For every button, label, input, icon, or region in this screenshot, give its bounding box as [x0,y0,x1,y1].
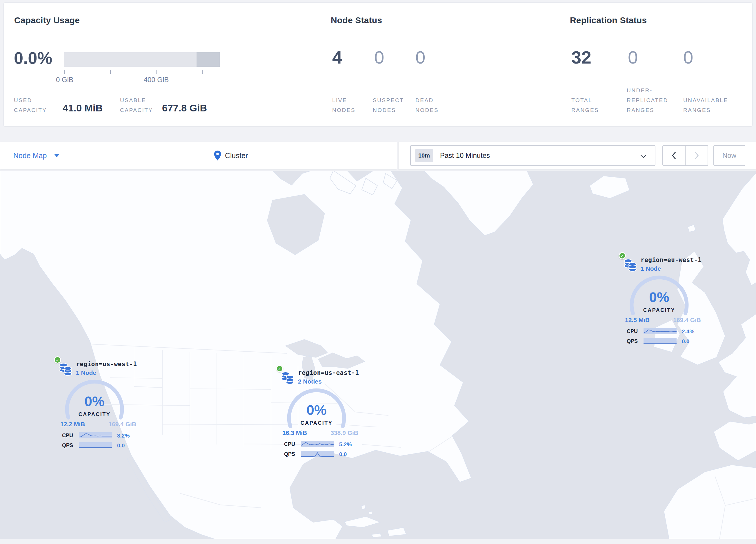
capacity-total-value: 169.4 GiB [108,421,136,428]
suspect-nodes-label: SUSPECT NODES [373,95,404,115]
capacity-label: CAPACITY [52,411,137,418]
region-node-count: 2 Nodes [298,378,322,385]
region-node-count: 1 Node [641,265,661,272]
world-map: ✓ region=us-west-1 1 Node 0% CAPACITY 12… [0,170,756,539]
node-status-title: Node Status [331,15,382,25]
live-nodes-label: LIVE NODES [332,95,355,115]
axis-tick-label: 0 GiB [56,76,73,84]
view-selector-label: Node Map [13,151,47,160]
cpu-sparkline [79,432,112,438]
capacity-bar-reserved-segment [197,52,220,67]
unavailable-count: 0 [683,48,693,67]
used-capacity-value: 41.0 MiB [63,102,103,114]
chevron-down-icon [640,155,646,158]
view-selector-dropdown[interactable]: Node Map [13,141,59,169]
cpu-row: CPU 2.4% [617,328,704,335]
axis-tick [156,70,157,74]
qps-label: QPS [62,443,73,449]
healthy-check-icon: ✓ [619,252,626,259]
breadcrumb-label: Cluster [225,151,248,160]
cpu-row: CPU 5.2% [274,441,361,448]
region-label: region=us-west-1 [76,361,137,368]
node-map-page: Capacity Usage 0.0% 0 GiB 400 GiB USED C… [0,0,756,544]
time-forward-button[interactable] [686,146,708,165]
cpu-label: CPU [284,441,295,447]
qps-sparkline [644,338,677,344]
cpu-row: CPU 3.2% [52,432,139,439]
used-capacity-label: USED CAPACITY [14,95,47,115]
capacity-percent: 0% [617,289,702,305]
capacity-total-value: 338.9 GiB [330,429,358,436]
time-range-badge: 10m [415,149,433,162]
qps-sparkline [301,451,334,457]
unavailable-label: UNAVAILABLE RANGES [683,95,728,115]
usable-capacity-value: 677.8 GiB [162,102,207,114]
qps-label: QPS [627,338,638,345]
time-range-label: Past 10 Minutes [440,151,490,159]
capacity-values: 16.3 MiB 338.9 GiB [282,429,358,436]
suspect-nodes-count: 0 [374,48,384,67]
capacity-used-value: 12.5 MiB [625,317,650,324]
cpu-sparkline [644,328,677,334]
under-replicated-label: UNDER- REPLICATED RANGES [627,86,668,115]
cpu-value: 5.2% [339,441,352,448]
qps-row: QPS 0.0 [52,442,139,449]
capacity-values: 12.5 MiB 169.4 GiB [625,317,701,324]
time-range-selector[interactable]: 10m Past 10 Minutes [410,145,655,166]
now-button[interactable]: Now [713,145,745,166]
replication-status-title: Replication Status [570,15,647,25]
axis-tick-label: 400 GiB [144,76,169,84]
region-label: region=us-east-1 [298,369,359,376]
qps-sparkline [79,442,112,448]
total-ranges-count: 32 [571,48,591,67]
capacity-usage-percent: 0.0% [14,48,52,68]
database-nodes-icon [281,371,295,385]
database-nodes-icon [59,363,72,376]
region-card-us-east-1[interactable]: ✓ region=us-east-1 2 Nodes 0% CAPACITY 1… [274,363,361,462]
qps-value: 0.0 [682,338,689,345]
region-card-eu-west-1[interactable]: ✓ region=eu-west-1 1 Node 0% CAPACITY 12… [617,250,704,349]
qps-value: 0.0 [117,443,125,449]
total-ranges-label: TOTAL RANGES [571,95,599,115]
dead-nodes-count: 0 [415,48,425,67]
capacity-used-value: 12.2 MiB [60,421,85,428]
healthy-check-icon: ✓ [54,356,61,364]
database-nodes-icon [624,258,637,272]
capacity-label: CAPACITY [274,420,359,426]
capacity-used-value: 16.3 MiB [282,429,307,436]
region-node-count: 1 Node [76,369,96,376]
capacity-values: 12.2 MiB 169.4 GiB [60,421,136,428]
capacity-total-value: 169.4 GiB [673,317,701,324]
breadcrumb[interactable]: Cluster [214,141,248,169]
time-back-button[interactable] [663,146,686,165]
cpu-label: CPU [62,433,73,439]
qps-value: 0.0 [339,451,347,458]
cpu-value: 3.2% [117,433,130,439]
axis-tick [202,70,203,74]
map-pin-icon [214,150,221,160]
axis-tick [64,70,65,74]
capacity-label: CAPACITY [617,307,702,313]
under-replicated-count: 0 [628,48,638,67]
usable-capacity-label: USABLE CAPACITY [120,95,153,115]
cpu-label: CPU [627,329,638,335]
cpu-value: 2.4% [682,329,694,335]
region-label: region=eu-west-1 [641,256,702,263]
qps-label: QPS [284,451,295,457]
chevron-left-icon [672,151,676,159]
capacity-percent: 0% [52,394,137,409]
capacity-usage-title: Capacity Usage [14,15,80,25]
axis-tick [110,70,111,74]
chevron-right-icon [694,151,699,159]
region-card-us-west-1[interactable]: ✓ region=us-west-1 1 Node 0% CAPACITY 12… [52,355,139,453]
map-toolbar: Node Map Cluster [0,141,397,169]
time-toolbar: 10m Past 10 Minutes Now [399,141,756,169]
qps-row: QPS 0.0 [617,338,704,345]
dead-nodes-label: DEAD NODES [415,95,439,115]
time-step-buttons [662,145,708,166]
caret-down-icon [54,154,59,157]
qps-row: QPS 0.0 [274,451,361,458]
cluster-summary-panel: Capacity Usage 0.0% 0 GiB 400 GiB USED C… [3,2,753,126]
capacity-percent: 0% [274,402,359,418]
capacity-usage-bar [64,52,220,67]
